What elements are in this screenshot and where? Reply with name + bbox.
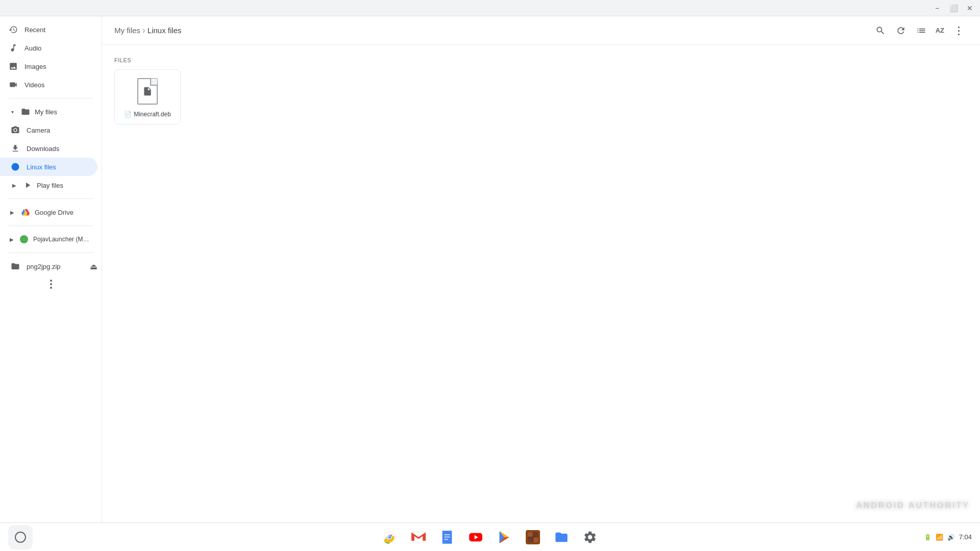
svg-point-0 [12, 163, 19, 171]
more-options-button[interactable] [0, 276, 102, 293]
taskbar-chrome[interactable] [378, 525, 402, 549]
sidebar: Recent Audio Images Videos ▾ [0, 16, 102, 522]
sidebar-item-play-files[interactable]: ▶ Play files [0, 176, 97, 194]
google-drive-expand-icon: ▶ [8, 208, 16, 216]
clock: 7:04 [959, 533, 972, 541]
content-body: Files 📄 Minecraft.deb [102, 45, 980, 522]
downloads-icon [10, 143, 20, 154]
sidebar-downloads-label: Downloads [27, 145, 59, 153]
play-files-icon [22, 180, 33, 190]
sidebar-item-recent[interactable]: Recent [0, 20, 97, 39]
taskbar-settings[interactable] [578, 525, 602, 549]
breadcrumb: My files › Linux files [114, 25, 867, 36]
videos-icon [8, 80, 18, 90]
sidebar-item-google-drive[interactable]: ▶ Google Drive [0, 203, 97, 221]
svg-rect-9 [444, 539, 448, 540]
sidebar-camera-label: Camera [27, 127, 50, 134]
sidebar-item-png2jpg-row: png2jpg.zip ⏏ [0, 257, 102, 276]
more-header-button[interactable]: ⋮ [949, 21, 968, 40]
taskbar-docs[interactable] [435, 525, 459, 549]
taskbar-youtube[interactable] [463, 525, 488, 549]
sidebar-divider-1 [8, 98, 93, 98]
wifi-indicator: 📶 [936, 534, 943, 541]
minimize-button[interactable]: − [931, 2, 943, 14]
sidebar-item-png2jpg[interactable]: png2jpg.zip [8, 257, 88, 276]
my-files-icon [20, 107, 31, 117]
refresh-button[interactable] [892, 21, 910, 40]
volume-indicator: 🔊 [947, 534, 955, 541]
breadcrumb-current: Linux files [148, 26, 182, 35]
header-actions: AZ ⋮ [871, 21, 968, 40]
sidebar-divider-3 [8, 226, 93, 226]
taskbar: 🔋 📶 🔊 7:04 [0, 522, 980, 551]
svg-point-1 [15, 532, 26, 542]
taskbar-minecraft[interactable] [521, 525, 545, 549]
file-grid: 📄 Minecraft.deb [114, 69, 968, 124]
sidebar-item-images[interactable]: Images [0, 57, 97, 76]
file-minecraft-icon-container [135, 76, 160, 107]
taskbar-system-tray: 🔋 📶 🔊 7:04 [924, 533, 972, 541]
search-button[interactable] [871, 21, 890, 40]
taskbar-files[interactable] [549, 525, 574, 549]
sidebar-poja-launcher-label: PojavLauncher (Minecraf... [33, 236, 89, 243]
zip-icon [10, 261, 20, 271]
poja-expand-icon: ▶ [8, 235, 15, 243]
titlebar: − ⬜ ✕ [0, 0, 980, 16]
breadcrumb-separator: › [142, 25, 145, 36]
content-area: My files › Linux files AZ ⋮ Files [102, 16, 980, 522]
app-container: Recent Audio Images Videos ▾ [0, 16, 980, 522]
maximize-button[interactable]: ⬜ [947, 2, 960, 14]
files-section-label: Files [114, 57, 968, 63]
sidebar-png2jpg-label: png2jpg.zip [27, 263, 61, 270]
sidebar-divider-2 [8, 198, 93, 199]
file-doc-icon [137, 78, 158, 105]
camera-icon [10, 125, 20, 135]
sidebar-images-label: Images [24, 63, 46, 70]
battery-indicator: 🔋 [924, 534, 932, 541]
images-icon [8, 61, 18, 71]
linux-files-icon [10, 162, 20, 172]
google-drive-icon [20, 207, 31, 217]
svg-rect-8 [444, 536, 450, 537]
taskbar-gmail[interactable] [406, 525, 431, 549]
play-files-expand-icon: ▶ [10, 181, 18, 189]
file-name-doc-icon: 📄 [124, 111, 132, 118]
breadcrumb-root[interactable]: My files [114, 26, 140, 35]
recent-icon [8, 24, 18, 35]
list-view-button[interactable] [912, 21, 930, 40]
sidebar-item-downloads[interactable]: Downloads [0, 139, 97, 158]
svg-point-4 [389, 536, 391, 538]
sidebar-my-files-label: My files [35, 108, 57, 116]
sort-button[interactable]: AZ [933, 21, 947, 40]
close-button[interactable]: ✕ [964, 2, 976, 14]
sidebar-recent-label: Recent [24, 26, 45, 34]
sidebar-item-camera[interactable]: Camera [0, 121, 97, 139]
sidebar-item-linux-files[interactable]: Linux files [0, 158, 97, 176]
sidebar-videos-label: Videos [24, 81, 45, 89]
sidebar-linux-files-label: Linux files [27, 163, 56, 171]
svg-rect-7 [444, 534, 450, 535]
taskbar-play-store[interactable] [492, 525, 517, 549]
poja-launcher-icon [19, 234, 29, 244]
eject-button[interactable]: ⏏ [88, 260, 100, 273]
sidebar-item-my-files[interactable]: ▾ My files [0, 103, 97, 121]
content-header: My files › Linux files AZ ⋮ [102, 16, 980, 45]
launcher-button[interactable] [8, 525, 33, 549]
sidebar-play-files-label: Play files [37, 182, 63, 189]
audio-icon [8, 43, 18, 53]
sidebar-google-drive-label: Google Drive [35, 209, 74, 216]
sidebar-item-poja-launcher[interactable]: ▶ PojavLauncher (Minecraf... [0, 230, 97, 248]
sidebar-audio-label: Audio [24, 44, 41, 52]
sidebar-item-audio[interactable]: Audio [0, 39, 97, 57]
sidebar-item-videos[interactable]: Videos [0, 76, 97, 94]
file-item-minecraft[interactable]: 📄 Minecraft.deb [114, 69, 181, 124]
sidebar-divider-4 [8, 253, 93, 253]
my-files-expand-icon: ▾ [8, 108, 16, 116]
file-minecraft-name: 📄 Minecraft.deb [124, 111, 171, 118]
